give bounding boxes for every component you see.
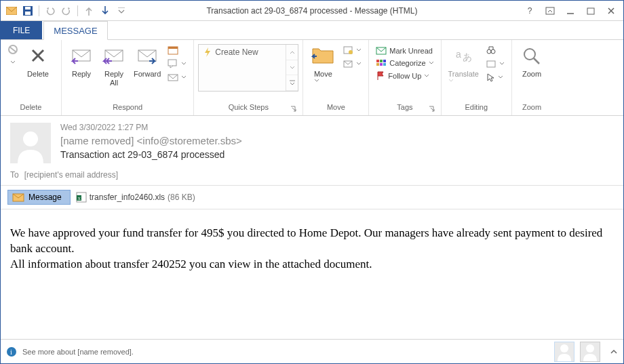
window-title: Transaction act 29-03_6874 processed - M… bbox=[206, 6, 417, 16]
reply-button[interactable]: Reply bbox=[66, 41, 97, 79]
more-respond-button[interactable] bbox=[165, 71, 189, 83]
sender-avatar bbox=[10, 123, 51, 163]
gallery-down-icon[interactable] bbox=[286, 60, 298, 76]
message-tab-button[interactable]: Message bbox=[7, 190, 71, 205]
find-button[interactable] bbox=[483, 44, 507, 56]
meeting-reply-button[interactable] bbox=[165, 44, 189, 56]
save-icon[interactable] bbox=[21, 4, 35, 18]
attachment-name: transfer_info2460.xls bbox=[90, 193, 165, 202]
message-from: [name removed] <info@storemeter.sbs> bbox=[60, 135, 242, 146]
svg-point-34 bbox=[23, 132, 38, 146]
message-subject: Transaction act 29-03_6874 processed bbox=[60, 149, 242, 160]
move-button[interactable]: Move bbox=[307, 41, 338, 83]
delete-button[interactable]: Delete bbox=[22, 41, 54, 79]
group-label-delete: Delete bbox=[5, 103, 57, 115]
expand-people-pane-icon[interactable] bbox=[610, 348, 618, 355]
group-respond: Reply Reply All Forward Respond bbox=[62, 40, 194, 115]
maximize-icon[interactable] bbox=[581, 3, 600, 18]
group-move: Move Move bbox=[303, 40, 369, 115]
tab-message[interactable]: MESSAGE bbox=[43, 21, 107, 40]
group-label-move: Move bbox=[307, 103, 364, 115]
quick-access-toolbar bbox=[1, 4, 128, 18]
forward-button[interactable]: Forward bbox=[131, 41, 163, 79]
minimize-icon[interactable] bbox=[561, 3, 580, 18]
translate-button[interactable]: aあ Translate bbox=[446, 41, 482, 83]
help-icon[interactable]: ? bbox=[520, 3, 539, 18]
gallery-up-icon[interactable] bbox=[286, 45, 298, 60]
group-tags: Mark Unread Categorize Follow Up Tags bbox=[369, 40, 441, 115]
previous-item-icon[interactable] bbox=[82, 4, 96, 18]
ribbon-display-icon[interactable] bbox=[541, 3, 560, 18]
dialog-launcher-icon[interactable] bbox=[429, 106, 437, 114]
gallery-more-icon[interactable] bbox=[286, 75, 298, 91]
group-quicksteps: Create New Quick Steps bbox=[194, 40, 303, 115]
svg-line-33 bbox=[534, 58, 539, 64]
select-button[interactable] bbox=[483, 71, 507, 83]
message-date: Wed 3/30/2022 1:27 PM bbox=[60, 123, 242, 132]
group-editing: aあ Translate Editing bbox=[442, 40, 512, 115]
rules-button[interactable] bbox=[340, 44, 364, 56]
info-icon: i bbox=[6, 346, 17, 357]
lightning-icon bbox=[203, 47, 212, 57]
folder-icon bbox=[311, 44, 334, 68]
tags-stack: Mark Unread Categorize Follow Up bbox=[373, 41, 436, 82]
people-pane: i See more about [name removed]. bbox=[1, 339, 623, 363]
categorize-icon bbox=[376, 59, 387, 67]
move-more bbox=[340, 41, 364, 70]
svg-rect-24 bbox=[376, 63, 379, 66]
dialog-launcher-icon[interactable] bbox=[290, 106, 298, 114]
actions-button[interactable] bbox=[340, 58, 364, 70]
close-icon[interactable] bbox=[602, 3, 621, 18]
svg-text:a: a bbox=[456, 49, 461, 60]
to-label: To bbox=[10, 170, 19, 180]
svg-text:X: X bbox=[77, 197, 81, 201]
title-bar: Transaction act 29-03_6874 processed - M… bbox=[1, 1, 623, 21]
body-paragraph: All information about transfer 240252 yo… bbox=[10, 257, 614, 272]
svg-rect-2 bbox=[25, 7, 31, 9]
svg-rect-23 bbox=[383, 60, 386, 62]
svg-rect-26 bbox=[383, 63, 386, 66]
svg-rect-21 bbox=[376, 60, 379, 62]
editing-more bbox=[483, 41, 507, 83]
mark-unread-button[interactable]: Mark Unread bbox=[373, 45, 436, 56]
qat-customize-icon[interactable] bbox=[115, 4, 128, 18]
next-item-icon[interactable] bbox=[98, 4, 112, 18]
envelope-icon bbox=[12, 193, 24, 202]
quickstep-create-new[interactable]: Create New bbox=[199, 45, 286, 91]
ribbon: Delete Delete Reply Reply All bbox=[1, 40, 623, 116]
svg-point-29 bbox=[487, 49, 491, 54]
undo-icon[interactable] bbox=[43, 4, 57, 18]
attachment-item[interactable]: X transfer_info2460.xls (86 KB) bbox=[76, 192, 195, 203]
status-text[interactable]: See more about [name removed]. bbox=[22, 348, 134, 356]
group-label-respond: Respond bbox=[66, 103, 189, 115]
window-controls: ? bbox=[520, 3, 623, 18]
group-delete: Delete Delete bbox=[1, 40, 62, 115]
quicksteps-gallery[interactable]: Create New bbox=[198, 44, 298, 92]
svg-line-8 bbox=[9, 47, 16, 52]
junk-split[interactable] bbox=[5, 41, 21, 64]
group-label-quicksteps: Quick Steps bbox=[198, 103, 298, 115]
reply-all-button[interactable]: Reply All bbox=[98, 41, 130, 87]
tab-file[interactable]: FILE bbox=[1, 21, 42, 39]
group-label-tags: Tags bbox=[373, 103, 436, 115]
svg-rect-22 bbox=[380, 60, 383, 62]
follow-up-button[interactable]: Follow Up bbox=[373, 70, 436, 82]
related-button[interactable] bbox=[483, 58, 507, 70]
svg-point-30 bbox=[491, 49, 495, 54]
reply-icon bbox=[70, 44, 93, 68]
im-reply-button[interactable] bbox=[165, 58, 189, 70]
svg-rect-4 bbox=[546, 7, 554, 14]
zoom-button[interactable]: Zoom bbox=[516, 41, 547, 79]
svg-point-18 bbox=[349, 50, 353, 54]
to-row: To [recipient's email address] bbox=[1, 167, 623, 186]
svg-rect-25 bbox=[380, 63, 383, 66]
gallery-scroll bbox=[286, 45, 298, 91]
forward-icon bbox=[136, 44, 159, 68]
categorize-button[interactable]: Categorize bbox=[373, 58, 436, 68]
svg-text:あ: あ bbox=[463, 52, 472, 62]
redo-icon[interactable] bbox=[60, 4, 73, 18]
mail-icon bbox=[5, 4, 18, 18]
contact-avatar[interactable] bbox=[554, 342, 574, 362]
svg-rect-6 bbox=[587, 8, 594, 14]
contact-avatar[interactable] bbox=[580, 342, 600, 362]
